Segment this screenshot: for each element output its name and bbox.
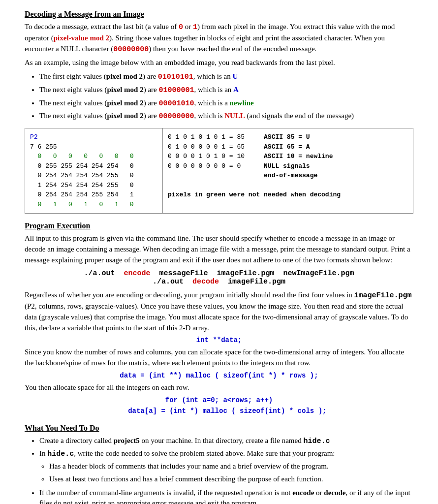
cmd1-encode: encode <box>124 269 150 278</box>
imagefile-ref: imageFile.pgm <box>354 291 411 300</box>
need-item-1: Create a directory called project5 on yo… <box>39 436 413 447</box>
decode-line-3: 0 0 0 0 1 0 1 0 = 10 ASCII 10 = newline <box>168 152 408 161</box>
page-title: Decoding a Message from an Image <box>25 10 413 19</box>
program-execution-p1: All input to this program is given via t… <box>25 233 413 265</box>
intro-p1: To decode a message, extract the last bi… <box>25 22 413 55</box>
code-example-box: P2 7 6 255 0 0 0 0 0 0 0 0 255 255 254 2… <box>25 128 413 214</box>
program-execution-title: Program Execution <box>25 221 413 230</box>
null-char: 00000000 <box>113 45 149 54</box>
cmd2-decode: decode <box>192 278 219 286</box>
bullet-3: The next eight values (pixel mod 2) are … <box>39 98 413 109</box>
code-right-panel: 0 1 0 1 0 1 0 1 = 85 ASCII 85 = U 0 1 0 … <box>163 128 413 213</box>
value-4: 00000000 <box>158 112 194 121</box>
pixel-row-3: 1 254 254 254 254 255 0 <box>30 181 157 190</box>
decode-line-4: 0 0 0 0 0 0 0 0 = 0 NULL signals <box>168 161 408 171</box>
what-you-need-title: What You Need To Do <box>25 424 413 433</box>
need-sub-1a: Has a header block of comments that incl… <box>49 461 413 472</box>
need-sub-1b: Uses at least two functions and has a br… <box>49 474 413 485</box>
program-execution-section: Program Execution All input to this prog… <box>25 221 413 415</box>
pixel-row-0: 0 0 0 0 0 0 0 <box>30 152 157 161</box>
mod-operator: pixel-value mod 2 <box>54 34 109 42</box>
letter-2: A <box>233 86 239 94</box>
value-2: 01000001 <box>158 86 194 94</box>
cmd1-prefix: ./a.out <box>84 269 124 278</box>
cmd2-suffix: imageFile.pgm <box>219 278 285 286</box>
decode-line-5: end-of-message <box>168 171 408 181</box>
zero-value: 0 <box>179 23 183 32</box>
what-you-need-list: Create a directory called project5 on yo… <box>39 436 413 504</box>
command-block: ./a.out encode messageFile imageFile.pgm… <box>25 269 413 286</box>
project5-ref-1: project5 <box>114 437 140 444</box>
program-execution-p4: You then allocate space for all the inte… <box>25 382 413 393</box>
example-bullets: The first eight values (pixel mod 2) are… <box>39 71 413 122</box>
decode-line-1: 0 1 0 1 0 1 0 1 = 85 ASCII 85 = U <box>168 132 408 142</box>
pixel-row-2: 0 254 254 254 254 255 0 <box>30 171 157 181</box>
encode-ref: encode <box>292 489 314 497</box>
dims-line: 7 6 255 <box>30 142 157 152</box>
one-value: 1 <box>193 23 197 32</box>
pixel-mod-4: pixel mod 2 <box>107 112 143 120</box>
cmd1-suffix: messageFile imageFile.pgm newImageFile.p… <box>150 269 354 278</box>
pixel-mod-2: pixel mod 2 <box>107 86 143 94</box>
need-item-2: In hide.c, write the code needed to solv… <box>39 448 413 484</box>
bullet-4: The next eight values (pixel mod 2) are … <box>39 111 413 122</box>
letter-4: NULL <box>224 112 245 120</box>
value-3: 00001010 <box>158 99 194 108</box>
value-1: 01010101 <box>158 73 193 81</box>
cmd2-prefix: ./a.out <box>153 278 192 286</box>
letter-1: U <box>232 72 238 80</box>
code-left-panel: P2 7 6 255 0 0 0 0 0 0 0 0 255 255 254 2… <box>25 128 163 213</box>
footer-note: pixels in green were not needed when dec… <box>168 190 408 200</box>
hidec-ref-1: hide.c <box>303 437 330 445</box>
pixel-row-5: 0 1 0 1 0 1 0 <box>30 200 157 210</box>
malloc-rows: data = (int **) malloc ( sizeof(int *) *… <box>25 372 413 379</box>
letter-3: newline <box>230 99 254 107</box>
malloc-cols: data[a] = (int *) malloc ( sizeof(int) *… <box>25 407 413 415</box>
decode-ref: decode <box>324 489 345 497</box>
intro-or: or <box>183 23 193 31</box>
pixel-row-1: 0 255 255 254 254 254 0 <box>30 161 157 171</box>
program-execution-p2: Regardless of whether you are encoding o… <box>25 290 413 333</box>
what-you-need-section: What You Need To Do Create a directory c… <box>25 424 413 504</box>
for-loop: for (int a=0; a<rows; a++) <box>25 396 413 404</box>
cmd-encode-line: ./a.out encode messageFile imageFile.pgm… <box>25 269 413 278</box>
bullet-2: The next eight values (pixel mod 2) are … <box>39 85 413 96</box>
need-sub-list-1: Has a header block of comments that incl… <box>49 461 413 485</box>
pixel-row-4: 0 254 254 254 255 254 1 <box>30 190 157 200</box>
pixel-mod-3: pixel mod 2 <box>107 99 143 107</box>
bullet-1: The first eight values (pixel mod 2) are… <box>39 71 413 83</box>
p2-label: P2 <box>30 132 157 142</box>
int-data-decl: int **data; <box>25 336 413 344</box>
intro-text-4: ) then you have reached the end of the e… <box>149 45 316 53</box>
need-item-3: If the number of command-line arguments … <box>39 488 413 504</box>
decode-line-2: 0 1 0 0 0 0 0 1 = 65 ASCII 65 = A <box>168 142 408 152</box>
intro-text-1: To decode a message, extract the last bi… <box>25 23 179 31</box>
program-execution-p3: Since you know the number of rows and co… <box>25 347 413 369</box>
cmd-decode-line: ./a.out decode imageFile.pgm <box>25 278 413 286</box>
hidec-ref-2: hide.c <box>47 450 74 458</box>
pixel-mod-1: pixel mod 2 <box>106 72 143 80</box>
intro-p2: As an example, using the image below wit… <box>25 58 413 68</box>
